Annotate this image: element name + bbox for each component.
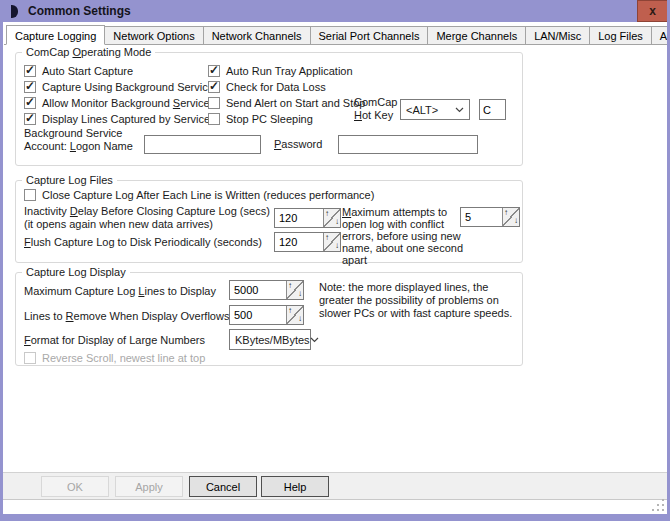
checkbox-box[interactable] <box>24 189 36 201</box>
group-caption: ComCap Operating Mode <box>22 46 155 58</box>
checkbox-stop-pc-sleeping[interactable]: Stop PC Sleeping <box>208 113 313 125</box>
spinner-updown-icon[interactable]: ↑↓ <box>286 281 303 299</box>
format-large-numbers-select[interactable]: KBytes/MBytes <box>229 329 311 350</box>
cancel-button[interactable]: Cancel <box>189 476 257 497</box>
checkbox-box[interactable] <box>24 113 36 125</box>
flush-log-input[interactable] <box>275 233 323 251</box>
help-button[interactable]: Help <box>261 476 329 497</box>
group-caption: Capture Log Display <box>22 266 130 278</box>
checkbox-auto-start-capture[interactable]: Auto Start Capture <box>24 65 133 77</box>
status-bar <box>3 500 667 514</box>
checkbox-box[interactable] <box>24 65 36 77</box>
checkbox-allow-monitor-background-service[interactable]: Allow Monitor Background Service <box>24 97 210 109</box>
checkbox-reverse-scroll: Reverse Scroll, newest line at top <box>24 352 205 364</box>
max-attempts-input[interactable] <box>461 208 502 226</box>
group-capture-log-files: Capture Log Files Close Capture Log Afte… <box>15 180 523 263</box>
background-service-account-label: Background Service Account: Logon Name <box>24 127 133 153</box>
inactivity-delay-input[interactable] <box>275 209 323 227</box>
tab-alerts[interactable]: Alerts <box>651 26 670 44</box>
max-lines-spinner: ↑↓ <box>229 280 304 300</box>
title-bar[interactable]: Common Settings x <box>0 0 670 22</box>
hotkey-label: ComCap Hot Key <box>354 96 397 122</box>
checkbox-box[interactable] <box>208 81 220 93</box>
password-field[interactable] <box>338 135 478 154</box>
tab-network-channels[interactable]: Network Channels <box>203 26 311 44</box>
tab-capture-logging[interactable]: Capture Logging <box>6 25 105 45</box>
checkbox-box[interactable] <box>208 97 220 109</box>
window-title: Common Settings <box>28 4 131 18</box>
chevron-down-icon <box>455 107 464 113</box>
common-settings-dialog: Common Settings x Capture Logging Networ… <box>0 0 670 521</box>
checkbox-box <box>24 352 36 364</box>
checkbox-send-alert-start-stop[interactable]: Send Alert on Start and Stop <box>208 97 365 109</box>
app-icon <box>11 5 18 18</box>
max-attempts-spinner: ↑↓ <box>460 207 520 227</box>
max-attempts-label: Maximum attempts to open log with confli… <box>342 206 470 266</box>
checkbox-box[interactable] <box>208 113 220 125</box>
chevron-down-icon <box>310 337 319 343</box>
checkbox-auto-run-tray[interactable]: Auto Run Tray Application <box>208 65 353 77</box>
tab-serial-port-channels[interactable]: Serial Port Channels <box>310 26 429 44</box>
tab-network-options[interactable]: Network Options <box>104 26 203 44</box>
hotkey-modifier-select[interactable]: <ALT> <box>400 99 470 120</box>
spinner-updown-icon[interactable]: ↑↓ <box>502 208 519 226</box>
tab-merge-channels[interactable]: Merge Channels <box>427 26 526 44</box>
remove-lines-spinner: ↑↓ <box>229 305 304 325</box>
checkbox-box[interactable] <box>24 81 36 93</box>
spinner-updown-icon[interactable]: ↑↓ <box>323 209 340 227</box>
max-lines-label: Maximum Capture Log Lines to Display <box>24 285 216 297</box>
inactivity-delay-label: Inactivity Delay Before Closing Capture … <box>24 205 270 231</box>
button-bar: OK Apply Cancel Help <box>3 472 667 500</box>
flush-log-label: Flush Capture Log to Disk Periodically (… <box>24 236 262 248</box>
tab-strip: Capture Logging Network Options Network … <box>4 25 667 45</box>
max-lines-input[interactable] <box>230 281 286 299</box>
tab-log-files[interactable]: Log Files <box>589 26 652 44</box>
display-note: Note: the more displayed lines, the grea… <box>319 281 519 320</box>
ok-button[interactable]: OK <box>41 476 109 497</box>
group-operating-mode: ComCap Operating Mode Auto Start Capture… <box>15 52 523 166</box>
format-large-numbers-label: Format for Display of Large Numbers <box>24 334 205 346</box>
spinner-updown-icon[interactable]: ↑↓ <box>286 306 303 324</box>
close-icon[interactable]: x <box>637 0 668 22</box>
remove-lines-label: Lines to Remove When Display Overflows <box>24 310 229 322</box>
checkbox-box[interactable] <box>208 65 220 77</box>
checkbox-display-lines-captured[interactable]: Display Lines Captured by Service <box>24 113 210 125</box>
tab-lan-misc[interactable]: LAN/Misc <box>525 26 590 44</box>
logon-name-field[interactable] <box>144 135 261 154</box>
password-label: Password <box>274 138 322 150</box>
checkbox-capture-using-background-service[interactable]: Capture Using Background Service <box>24 81 214 93</box>
dialog-body: Capture Logging Network Options Network … <box>3 22 667 514</box>
flush-log-spinner: ↑↓ <box>274 232 341 252</box>
group-capture-log-display: Capture Log Display Maximum Capture Log … <box>15 272 523 366</box>
apply-button[interactable]: Apply <box>115 476 183 497</box>
checkbox-box[interactable] <box>24 97 36 109</box>
inactivity-delay-spinner: ↑↓ <box>274 208 341 228</box>
checkbox-check-data-loss[interactable]: Check for Data Loss <box>208 81 326 93</box>
hotkey-key-field[interactable] <box>479 99 506 120</box>
resize-grip-icon[interactable] <box>652 499 664 511</box>
remove-lines-input[interactable] <box>230 306 286 324</box>
group-caption: Capture Log Files <box>22 174 117 186</box>
spinner-updown-icon[interactable]: ↑↓ <box>323 233 340 251</box>
checkbox-close-log-each-line[interactable]: Close Capture Log After Each Line is Wri… <box>24 189 374 201</box>
